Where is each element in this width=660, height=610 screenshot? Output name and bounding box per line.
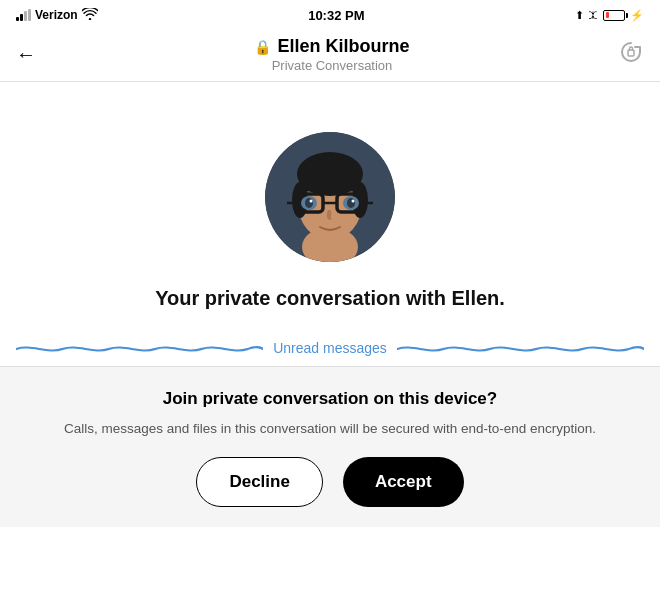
back-button[interactable]: ← [16,43,36,66]
header-name-row: 🔒 Ellen Kilbourne [254,36,409,57]
svg-point-15 [347,198,355,208]
status-time: 10:32 PM [308,8,364,23]
wave-line-right [397,342,644,354]
join-title: Join private conversation on this device… [30,387,630,411]
status-left: Verizon [16,8,98,23]
greeting-text: Your private conversation with Ellen. [125,284,535,312]
wave-line-left [16,342,263,354]
wifi-icon [82,8,98,23]
header-title-area: 🔒 Ellen Kilbourne Private Conversation [46,36,618,73]
join-box: Join private conversation on this device… [0,366,660,527]
unread-label: Unread messages [273,340,387,356]
signal-bars-icon [16,9,31,21]
header-action-button[interactable] [618,39,644,71]
main-content: Your private conversation with Ellen. Un… [0,82,660,527]
contact-name: Ellen Kilbourne [277,36,409,57]
location-icon: ⬆ [575,9,584,22]
unread-divider: Unread messages [0,340,660,356]
join-buttons: Decline Accept [30,457,630,507]
lock-header-icon: 🔒 [254,39,271,55]
status-bar: Verizon 10:32 PM ⬆ ⯰ ⚡ [0,0,660,28]
status-right: ⬆ ⯰ ⚡ [575,9,644,22]
carrier-label: Verizon [35,8,78,22]
avatar [265,132,395,262]
svg-point-16 [310,200,313,203]
header: ← 🔒 Ellen Kilbourne Private Conversation [0,28,660,82]
header-subtitle: Private Conversation [272,58,393,73]
bluetooth-icon: ⯰ [588,9,599,21]
svg-point-17 [352,200,355,203]
join-subtitle: Calls, messages and files in this conver… [30,419,630,439]
accept-button[interactable]: Accept [343,457,464,507]
svg-rect-0 [628,50,634,56]
decline-button[interactable]: Decline [196,457,322,507]
battery-icon: ⚡ [603,9,644,22]
svg-point-14 [305,198,313,208]
